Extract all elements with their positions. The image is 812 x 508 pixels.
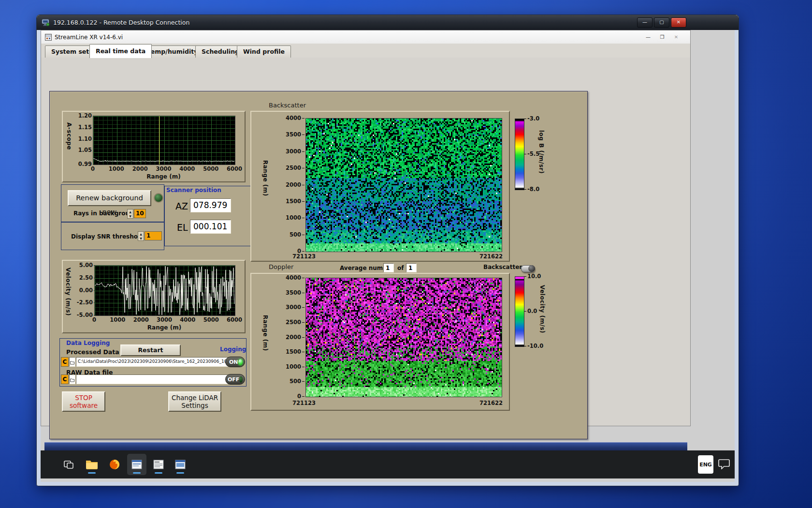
logging-label: Logging xyxy=(220,346,246,353)
file-explorer-icon xyxy=(86,459,98,470)
tick-label: 0.00 xyxy=(73,287,93,294)
chat-tray-button[interactable] xyxy=(718,459,730,471)
backscatter-y-ticks: 40003500300025002000150010005000 xyxy=(279,115,301,254)
backscatter-display-toggle[interactable] xyxy=(521,265,535,272)
velocity-x-axis-label: Range (m) xyxy=(94,324,234,331)
snr-spinner[interactable]: ▲▼ xyxy=(138,231,144,241)
change-lidar-settings-button[interactable]: Change LiDAR Settings xyxy=(168,391,221,412)
doppler-x-end-label: 721622 xyxy=(479,400,503,406)
doppler-y-ticks: 40003500300025002000150010005000 xyxy=(279,274,301,400)
average-number-field[interactable]: 1 xyxy=(383,263,394,272)
el-label: EL xyxy=(177,222,188,233)
backscatter-colorbar-label: log B (/m/sr) xyxy=(538,130,545,174)
change-button-line1: Change LiDAR xyxy=(169,394,220,402)
tick-label: 10.0 xyxy=(527,273,541,280)
tick-label: 1.15 xyxy=(74,124,92,131)
backscatter-graph-panel: Range (m) 400035003000250020001500100050… xyxy=(250,111,510,262)
tick-label: 1000 xyxy=(109,165,124,172)
az-value-field[interactable]: 078.979 xyxy=(190,198,231,212)
average-count-field[interactable]: 1 xyxy=(406,263,417,272)
tick-label: 1.20 xyxy=(74,112,92,119)
firefox-icon xyxy=(109,459,120,470)
tick-label: 0.99 xyxy=(74,161,92,167)
processed-drive-button[interactable]: C xyxy=(61,357,69,367)
rdp-close-button[interactable]: ✕ xyxy=(671,17,686,28)
task-view-icon xyxy=(63,459,74,470)
processed-path-field[interactable]: C:\Lidar\Data\Proc\2023\202309\20230906\… xyxy=(76,357,232,367)
tick-label: 6000 xyxy=(227,165,242,172)
tab-wind-profile[interactable]: Wind profile xyxy=(237,45,291,58)
velocity-x-ticks: 0100020003000400050006000 xyxy=(94,316,234,323)
processed-logging-toggle[interactable]: ON xyxy=(225,357,245,367)
tick-label: -2.50 xyxy=(73,299,93,306)
rdp-computer-icon xyxy=(42,19,50,26)
rdp-window: 192.168.0.122 - Remote Desktop Connectio… xyxy=(36,15,739,486)
ascope-graph-panel: A-scope 1.201.151.101.050.99 01000200030… xyxy=(62,111,246,182)
raw-browse-button[interactable] xyxy=(69,374,75,384)
taskbar-app-window-1[interactable] xyxy=(127,454,146,475)
tick-label: 5000 xyxy=(203,316,219,323)
tick-label: 1000 xyxy=(279,214,301,221)
tick-label: 1500 xyxy=(279,348,301,355)
stop-software-button[interactable]: STOP software xyxy=(62,391,105,412)
firefox-button[interactable] xyxy=(105,454,124,475)
app-window-icon xyxy=(174,459,186,470)
tick-label: 500 xyxy=(279,231,301,238)
tick-label: 3000 xyxy=(156,165,171,172)
taskbar-app-window-3[interactable] xyxy=(171,454,190,475)
language-indicator[interactable]: ENG xyxy=(698,455,713,474)
tick-label: 2000 xyxy=(279,334,301,341)
scanner-position-title: Scanner position xyxy=(166,187,221,194)
tick-label: -8.0 xyxy=(527,186,539,193)
renew-background-button[interactable]: Renew background now xyxy=(68,190,151,206)
tick-label: 2500 xyxy=(279,319,301,326)
tab-strip: System setup Real time data Temp/humidit… xyxy=(41,44,690,58)
data-logging-box: Data Logging Processed Data file Restart… xyxy=(59,338,246,387)
tick-label: 2000 xyxy=(133,316,149,323)
processed-browse-button[interactable] xyxy=(69,357,75,367)
tick-label: -5.00 xyxy=(73,312,93,318)
ascope-x-ticks: 0100020003000400050006000 xyxy=(93,165,234,172)
streamline-restore-button[interactable]: ❐ xyxy=(656,33,668,41)
streamline-minimize-button[interactable]: — xyxy=(642,33,654,41)
el-value-field[interactable]: 000.101 xyxy=(190,220,231,234)
raw-logging-toggle[interactable]: OFF xyxy=(225,374,245,385)
doppler-heatmap xyxy=(305,278,502,397)
running-indicator xyxy=(88,472,96,474)
front-panel: A-scope 1.201.151.101.050.99 01000200030… xyxy=(49,91,588,439)
velocity-y-axis-label: Velocity (m/s) xyxy=(65,268,72,316)
tick-label: 1500 xyxy=(279,198,301,205)
rdp-minimize-button[interactable]: — xyxy=(637,17,652,28)
restart-processed-file-button[interactable]: Restart processed file xyxy=(120,344,181,356)
tab-real-time-data[interactable]: Real time data xyxy=(89,44,152,58)
task-view-button[interactable] xyxy=(59,454,78,475)
velocity-y-ticks: 5.002.500.00-2.50-5.00 xyxy=(73,261,93,326)
tick-label: 1.10 xyxy=(74,135,92,142)
chat-bubble-icon xyxy=(718,459,730,469)
taskbar: ENG xyxy=(41,450,735,478)
tick-label: 3500 xyxy=(279,289,301,296)
display-snr-threshold-label: Display SNR threshold xyxy=(71,233,144,240)
streamline-window-title: StreamLine XR v14-6.vi xyxy=(55,34,123,41)
taskbar-app-window-2[interactable] xyxy=(149,454,168,475)
tick-label: -10.0 xyxy=(527,343,543,349)
toggle-knob xyxy=(528,265,535,272)
rays-value-field[interactable]: 10 xyxy=(134,209,146,218)
raw-path-field[interactable] xyxy=(76,374,232,384)
streamline-close-button[interactable]: ✕ xyxy=(670,33,682,41)
backscatter-colorbar xyxy=(515,119,524,190)
rays-spinner[interactable]: ▲▼ xyxy=(127,209,133,219)
tick-label: 1.05 xyxy=(74,147,92,153)
backscatter-heatmap xyxy=(305,118,502,252)
raw-drive-button[interactable]: C xyxy=(61,374,69,384)
file-explorer-button[interactable] xyxy=(82,454,102,475)
tick-label: 0 xyxy=(91,165,95,172)
tick-label: 4000 xyxy=(279,274,301,281)
tick-label: 3000 xyxy=(279,148,301,155)
rdp-maximize-button[interactable]: ▢ xyxy=(654,17,669,28)
logging-on-led xyxy=(238,359,243,365)
tick-label: 3000 xyxy=(279,304,301,311)
snr-value-field[interactable]: 1 xyxy=(145,231,162,240)
doppler-graph-panel: Range (m) 400035003000250020001500100050… xyxy=(250,273,510,411)
scan-schedule-window-icon xyxy=(153,459,164,470)
